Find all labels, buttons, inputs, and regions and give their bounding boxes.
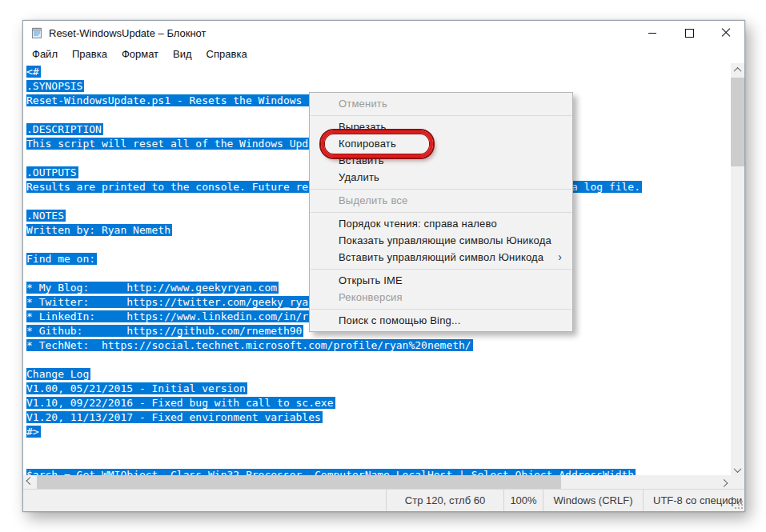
editor-line-text: .SYNOPSIS [26,80,84,92]
menubar-item-2[interactable]: Формат [114,45,166,63]
editor-line-text: Find me on: [26,253,97,265]
menubar-item-4[interactable]: Справка [199,45,255,63]
editor-line-text: * TechNet: https://social.technet.micros… [26,339,473,351]
context-menu-separator [311,212,571,213]
chevron-left-icon [26,477,34,485]
editor-line-text: <# [26,66,41,78]
vertical-scrollbar-thumb[interactable] [731,78,744,166]
context-menu-item-2[interactable]: Вырезать [310,118,572,135]
menubar-item-1[interactable]: Правка [65,45,114,63]
chevron-up-icon [734,67,742,75]
editor-line: V1.10, 09/22/2016 - Fixed bug with call … [26,396,731,410]
context-menu-item-10[interactable]: Показать управляющие символы Юникода [310,232,572,249]
maximize-icon [685,29,694,38]
context-menu-item-14: Реконверсия [310,289,572,306]
menubar-item-3[interactable]: Вид [166,45,199,63]
context-menu-separator [311,115,571,116]
context-menu-item-7: Выделить все [310,192,572,209]
window-title: Reset-WindowsUpdate – Блокнот [49,27,207,39]
scroll-right-button[interactable] [717,475,731,489]
editor-line-text: .OUTPUTS [26,166,78,178]
chevron-right-icon [720,479,728,487]
context-menu-item-0: Отменить [310,95,572,112]
close-icon [721,28,731,38]
scroll-up-button[interactable] [731,63,744,77]
chevron-down-icon [734,465,742,473]
editor-line-text: * My Blog: http://www.geekyryan.com [26,282,279,294]
horizontal-scrollbar-thumb[interactable] [37,475,561,489]
context-menu-item-4[interactable]: Вставить [310,152,572,169]
status-bar: Стр 120, стлб 60 100% Windows (CRLF) UTF… [23,489,744,511]
context-menu-separator [311,189,571,190]
context-menu-separator [311,269,571,270]
context-menu-item-16[interactable]: Поиск с помощью Bing... [310,312,572,329]
status-encoding: UTF-8 со специфи [643,490,744,511]
context-menu-item-3[interactable]: Копировать [310,135,572,152]
submenu-arrow-icon: › [558,249,562,266]
scrollbar-corner [731,475,744,489]
vertical-scrollbar[interactable] [731,63,744,477]
menu-bar: ФайлПравкаФорматВидСправка [23,45,744,63]
context-menu-item-9[interactable]: Порядок чтения: справа налево [310,215,572,232]
context-menu: ОтменитьВырезатьКопироватьВставитьУдалит… [309,92,573,332]
status-zoom-level: 100% [503,490,543,511]
editor-line: #> [26,425,731,439]
window-controls [634,21,744,45]
scroll-left-button[interactable] [23,475,37,489]
editor-line-text: .NOTES [26,210,66,222]
editor-line-text: V1.20, 11/13/2017 - Fixed environment va… [26,411,323,423]
context-menu-item-11[interactable]: Вставить управляющий символ Юникода› [310,249,572,266]
editor-line-text: * Twitter: https://twitter.com/geeky_rya… [26,296,316,308]
editor-line [26,454,731,468]
status-cursor-position: Стр 120, стлб 60 [386,490,503,511]
title-bar[interactable]: Reset-WindowsUpdate – Блокнот [23,21,744,45]
editor-line-text: V1.00, 05/21/2015 - Initial version [26,382,247,394]
desktop-background: Reset-WindowsUpdate – Блокнот ФайлПравка… [0,0,766,532]
context-menu-item-5[interactable]: Удалить [310,169,572,186]
menubar-item-0[interactable]: Файл [25,45,65,63]
context-menu-separator [311,309,571,310]
editor-line [26,439,731,454]
maximize-button[interactable] [671,21,708,45]
minimize-button[interactable] [634,21,671,45]
editor-line: Change Log [26,367,731,382]
editor-line-text: .DESCRIPTION [26,123,103,135]
notepad-icon [30,26,43,39]
editor-line: V1.20, 11/13/2017 - Fixed environment va… [26,410,731,425]
editor-line-text: * Github: https://github.com/rnemeth90 [26,325,303,337]
editor-line-text: V1.10, 09/22/2016 - Fixed bug with call … [26,397,335,409]
status-spacer [23,490,386,511]
editor-line [26,353,731,367]
status-line-ending: Windows (CRLF) [543,490,643,511]
editor-line: * TechNet: https://social.technet.micros… [26,338,731,353]
minimize-icon [648,33,656,34]
close-button[interactable] [708,21,744,45]
editor-line-text: Written by: Ryan Nemeth [26,224,172,236]
editor-line: <# [26,65,731,79]
editor-line-text: Change Log [26,368,90,380]
editor-line-text: #> [26,426,41,438]
horizontal-scrollbar[interactable] [23,475,731,489]
context-menu-item-13[interactable]: Открыть IME [310,272,572,289]
resize-grip-icon[interactable] [735,501,743,509]
editor-line: V1.00, 05/21/2015 - Initial version [26,382,731,396]
